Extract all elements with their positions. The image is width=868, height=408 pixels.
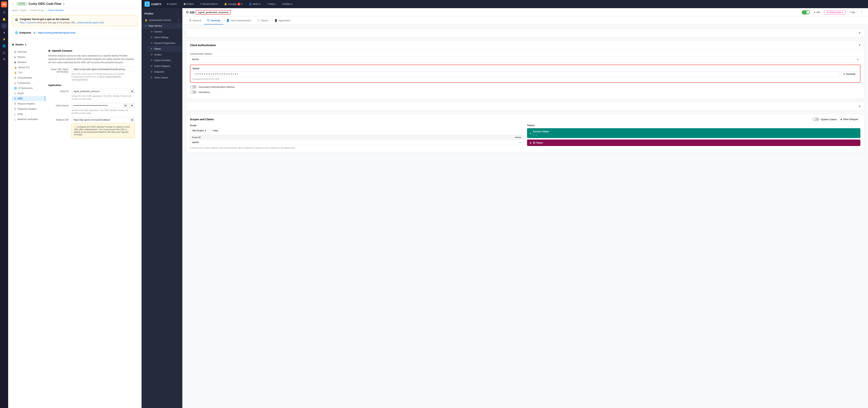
attestation-toggle[interactable] [190,90,197,94]
topnav-help[interactable]: ? Help ▾ [266,2,277,6]
client-id-copy-btn[interactable]: ⧉ [130,89,135,94]
sidebar-item-auth-service[interactable]: 🔒 Authentication Service ▾ [142,17,182,23]
redirect-uri-copy-btn[interactable]: ⧉ [130,117,135,123]
secret-box: Secret ↻ Generate A password used by the… [190,65,860,83]
nav-circuit-breaker[interactable]: ⊕Circuit Breaker [12,75,45,81]
auth-method-select[interactable]: secret [190,56,860,62]
access-token-card[interactable]: ◈ Access Token { } [527,128,860,138]
sidebar-item-claims-mappers[interactable]: ⚙ Claims Mappers [148,63,182,69]
sidebar-item-token-service[interactable]: ✦ Token Service ▴ [142,23,182,29]
collapse-btn-2[interactable]: ▾ [859,43,860,47]
access-token-name: Access Token [533,130,858,133]
sidebar-item-clients[interactable]: ✦ Clients [148,46,182,52]
oauth-tools-button[interactable]: ⚙ OAuth.tools ▾ [824,10,845,14]
topnav-admin[interactable]: 👤 admin ▾ [247,2,262,6]
sidebar-nav-active[interactable]: ⬡ [1,23,7,29]
edit-header-title: 🛡 Edit ngrok_protected_resource [186,10,231,14]
start-tunnel-link[interactable]: Start a Tunnel [20,21,34,24]
chevron-down-icon: ▾ [216,3,218,5]
sidebar-item-endpoints[interactable]: ⚙ Endpoints [148,69,182,75]
nav-selector[interactable]: ◈Selector [12,55,45,60]
topnav-profiles[interactable]: ⬣ Profiles [182,2,195,6]
info-button[interactable]: ? Info [847,10,858,14]
sidebar-nav-layers[interactable]: ◫ [1,50,7,56]
nav-mutual-tls[interactable]: 🔒Mutual TLS [12,65,45,70]
tab-user-authentication[interactable]: 👤 User Authentication [223,17,254,25]
sidebar-nav-globe[interactable]: 🌐 [1,43,7,49]
tab-general[interactable]: ⚙ General [186,17,204,25]
tab-security[interactable]: 🛡 Security [204,17,223,25]
issuer-input[interactable] [71,67,135,72]
token-designer-button[interactable]: ◈ Token Designer [838,117,860,122]
collapse-btn-1[interactable]: ▾ [859,31,860,35]
id-token-card[interactable]: ◈ ID Token [527,139,860,146]
secondary-auth-toggle[interactable] [190,85,197,89]
sidebar-item-client-settings[interactable]: ⚙ Client Settings [148,34,182,40]
sidebar-nav-menu[interactable]: ☰ [1,10,7,15]
issuer-hint: Base URL of the Open ID Provider that se… [71,73,135,81]
oauth-tools-gear-icon: ⚙ [827,11,829,14]
nav-request-headers[interactable]: ☰Request Headers [12,101,45,106]
endpoint-url[interactable]: https://curity-protected.ngrok.rocks [38,31,75,34]
nav-overview[interactable]: ⊞Overview [12,49,45,55]
saml-icon: △ [14,113,16,116]
client-secret-eye-btn[interactable]: 👁 [129,103,135,108]
openid-desc: Restricts endpoint access to only users … [48,54,135,64]
system-claims-toggle[interactable] [813,118,819,121]
tls-icon: 🔒 [14,71,17,74]
tunnel-url-link[interactable]: curity-protected.ngrok.rocks [77,21,104,24]
endpoints-section: 🌐 Endpoints 1 https://curity-protected.n… [12,29,138,39]
topnav-recent-work[interactable]: ⟳ Recent Work ▾ [199,2,219,6]
nav-tls[interactable]: 🔒TLS [12,70,45,75]
sidebar-three-dot-btn[interactable]: ⋮ [174,11,179,16]
edit-shield-icon: 🛡 [186,11,189,14]
topnav-system[interactable]: ⚙ System [165,2,179,6]
sidebar-nav-bolt[interactable]: ⚡ [1,36,7,42]
generate-button[interactable]: ↻ Generate [841,71,858,77]
request-headers-icon: ☰ [14,102,16,105]
scope-table: Scope ID Action openid ⋯ [190,135,523,145]
scope-openid-action[interactable]: ⋯ [510,141,521,144]
sidebar-item-token-issuers[interactable]: ⚙ Token Issuers [148,75,182,81]
nav-compression[interactable]: ◎Compression [12,81,45,86]
client-id-input[interactable] [71,89,129,94]
topnav-changes[interactable]: 🔔 Changes 1 ▾ [223,2,244,6]
response-headers-icon: ☰ [14,108,16,110]
routes-nav-list: ⊞Overview ◈Selector ▦Backend 🔒Mutual TLS… [12,49,45,140]
sidebar-nav-settings[interactable]: ⚙ [1,56,7,62]
new-scope-button[interactable]: + New [210,128,220,133]
tab-application[interactable]: 📱 Application [271,17,293,25]
add-scopes-button[interactable]: Add Scopes ▾ [190,128,208,133]
sidebar-item-scopes[interactable]: ⚙ Scopes [148,52,182,57]
tab-tokens[interactable]: ⬡ Tokens [254,17,271,25]
sidebar-nav-star[interactable]: ★ [1,30,7,36]
nav-ip-restrictions[interactable]: 🌐IP Restrictions [12,86,45,91]
collapse-btn-3[interactable]: ▾ [859,104,860,108]
openid-title: ⊕ OpenID Connect [48,49,135,52]
nav-response-headers[interactable]: ☰Response Headers [12,106,45,112]
client-enabled-toggle[interactable] [802,10,810,14]
edit-title-icon[interactable]: ✏ [63,3,65,5]
redirect-uri-input-row: ⧉ [71,117,135,123]
nav-webhook[interactable]: △Webhook Verification [12,117,45,122]
topnav-facilities[interactable]: Facilities ▾ [281,2,294,6]
secret-input[interactable] [192,71,839,77]
sidebar-item-claims-providers[interactable]: ⚙ Claims Providers [148,57,182,63]
meta-bytes-link[interactable]: 0 Bytes Metadata [48,9,64,11]
nav-backend[interactable]: ▦Backend [12,60,45,65]
sidebar-item-general[interactable]: ⚙ General [148,29,182,34]
generate-icon: ↻ [843,73,845,75]
nav-oidc[interactable]: ⊙OIDC [12,96,45,101]
sidebar-item-dynamic-registration[interactable]: ⚙ Dynamic Registration [148,40,182,46]
sidebar-nav-bell[interactable]: 🔔 [1,16,7,22]
nav-oauth[interactable]: ⊙OAuth [12,91,45,96]
redirect-uri-input[interactable] [71,117,129,123]
api-button[interactable]: ✦ API [811,10,823,14]
back-button[interactable]: ← [12,2,15,5]
edit-three-dot-btn[interactable]: ⋮ [859,10,864,14]
attestation-row: Attestation [190,90,860,94]
nav-saml[interactable]: △SAML [12,112,45,117]
client-secret-input[interactable] [71,103,122,108]
client-secret-copy-btn[interactable]: ⧉ [123,103,128,108]
access-token-json: { } [533,134,858,136]
